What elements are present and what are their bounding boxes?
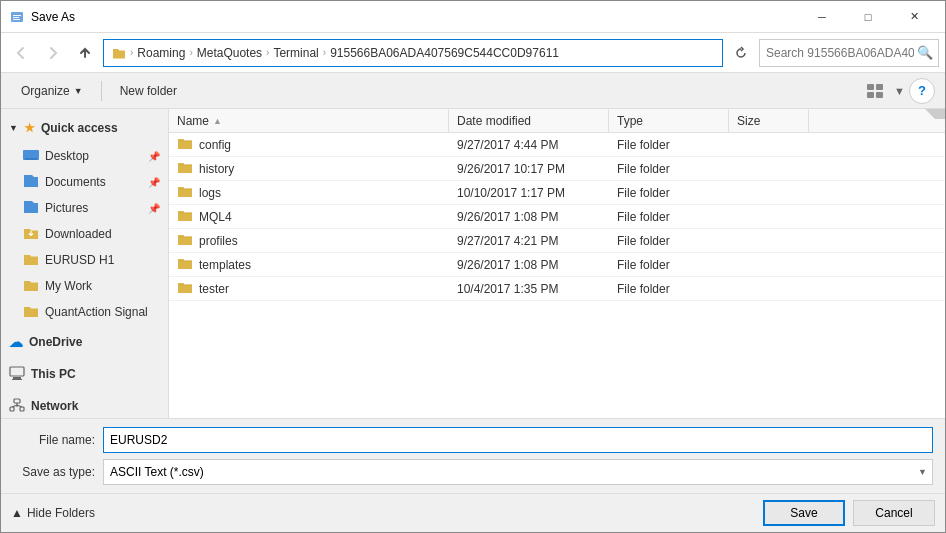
sidebar-item-pictures[interactable]: Pictures 📌: [1, 195, 168, 221]
new-folder-button[interactable]: New folder: [110, 78, 187, 104]
sidebar-section-network: Network: [1, 391, 168, 418]
saveas-row: Save as type: ASCII Text (*.csv): [13, 459, 933, 485]
sidebar-item-my-work[interactable]: My Work: [1, 273, 168, 299]
folder-icon: [177, 208, 193, 225]
view-chevron[interactable]: ▼: [894, 85, 905, 97]
file-type-cell: File folder: [609, 282, 729, 296]
search-input[interactable]: [759, 39, 939, 67]
sidebar-item-onedrive[interactable]: ☁ OneDrive: [1, 327, 168, 357]
sidebar-section-onedrive: ☁ OneDrive: [1, 327, 168, 357]
main-content: ▼ ★ Quick access Desktop 📌: [1, 109, 945, 418]
save-button[interactable]: Save: [763, 500, 845, 526]
hide-folders-label: Hide Folders: [27, 506, 95, 520]
svg-rect-4: [867, 84, 874, 90]
table-row[interactable]: MQL4 9/26/2017 1:08 PM File folder: [169, 205, 945, 229]
table-row[interactable]: tester 10/4/2017 1:35 PM File folder: [169, 277, 945, 301]
path-chevron-4: ›: [323, 47, 326, 58]
action-buttons: Save Cancel: [763, 500, 935, 526]
svg-rect-14: [10, 407, 14, 411]
svg-rect-1: [13, 15, 21, 16]
svg-rect-13: [14, 399, 20, 403]
hide-folders-chevron: ▲: [11, 506, 23, 520]
sidebar-item-quantaction-signal[interactable]: QuantAction Signal: [1, 299, 168, 325]
filename-label: File name:: [13, 433, 103, 447]
file-type-cell: File folder: [609, 138, 729, 152]
file-type-cell: File folder: [609, 186, 729, 200]
view-options-button[interactable]: [862, 78, 890, 104]
refresh-button[interactable]: [727, 39, 755, 67]
window-icon: [9, 9, 25, 25]
file-date-cell: 9/26/2017 10:17 PM: [449, 162, 609, 176]
sidebar-item-quick-access[interactable]: ▼ ★ Quick access: [1, 113, 168, 143]
desktop-pin-icon: 📌: [148, 151, 160, 162]
column-header-type[interactable]: Type: [609, 109, 729, 132]
maximize-button[interactable]: □: [845, 1, 891, 33]
svg-rect-10: [10, 367, 24, 376]
sidebar-item-desktop[interactable]: Desktop 📌: [1, 143, 168, 169]
path-terminal: Terminal: [273, 46, 318, 60]
forward-button[interactable]: [39, 39, 67, 67]
file-date-cell: 10/10/2017 1:17 PM: [449, 186, 609, 200]
column-header-size[interactable]: Size: [729, 109, 809, 132]
toolbar: Organize ▼ New folder ▼ ?: [1, 73, 945, 109]
column-header-date[interactable]: Date modified: [449, 109, 609, 132]
sidebar-item-eurusd-h1[interactable]: EURUSD H1: [1, 247, 168, 273]
saveas-select[interactable]: ASCII Text (*.csv): [103, 459, 933, 485]
svg-rect-9: [25, 158, 37, 160]
cancel-button[interactable]: Cancel: [853, 500, 935, 526]
pictures-pin-icon: 📌: [148, 203, 160, 214]
table-row[interactable]: config 9/27/2017 4:44 PM File folder: [169, 133, 945, 157]
onedrive-icon: ☁: [9, 334, 23, 350]
sidebar-item-downloaded[interactable]: Downloaded: [1, 221, 168, 247]
title-bar: Save As ─ □ ✕: [1, 1, 945, 33]
sidebar: ▼ ★ Quick access Desktop 📌: [1, 109, 169, 418]
filename-input[interactable]: [103, 427, 933, 453]
help-button[interactable]: ?: [909, 78, 935, 104]
file-date-cell: 9/26/2017 1:08 PM: [449, 258, 609, 272]
file-name-cell: MQL4: [169, 208, 449, 225]
documents-folder-icon: [23, 174, 39, 191]
address-bar: › Roaming › MetaQuotes › Terminal › 9155…: [1, 33, 945, 73]
back-button[interactable]: [7, 39, 35, 67]
up-button[interactable]: [71, 39, 99, 67]
downloaded-folder-icon: [23, 226, 39, 243]
file-name-cell: profiles: [169, 232, 449, 249]
path-folder-icon: [112, 46, 126, 60]
saveas-select-wrapper: ASCII Text (*.csv): [103, 459, 933, 485]
table-row[interactable]: templates 9/26/2017 1:08 PM File folder: [169, 253, 945, 277]
quick-access-chevron: ▼: [9, 123, 18, 133]
file-date-cell: 9/26/2017 1:08 PM: [449, 210, 609, 224]
svg-rect-5: [876, 84, 883, 90]
svg-rect-7: [876, 92, 883, 98]
svg-line-18: [17, 405, 22, 407]
address-path[interactable]: › Roaming › MetaQuotes › Terminal › 9155…: [103, 39, 723, 67]
eurusd-folder-icon: [23, 252, 39, 269]
file-date-cell: 9/27/2017 4:21 PM: [449, 234, 609, 248]
thispc-icon: [9, 366, 25, 383]
file-type-cell: File folder: [609, 210, 729, 224]
close-button[interactable]: ✕: [891, 1, 937, 33]
sidebar-item-documents[interactable]: Documents 📌: [1, 169, 168, 195]
path-chevron-3: ›: [266, 47, 269, 58]
sidebar-item-this-pc[interactable]: This PC: [1, 359, 168, 389]
file-name-cell: history: [169, 160, 449, 177]
column-header-name[interactable]: Name ▲: [169, 109, 449, 132]
sidebar-section-quick-access: ▼ ★ Quick access Desktop 📌: [1, 113, 168, 325]
saveas-label: Save as type:: [13, 465, 103, 479]
folder-icon: [177, 184, 193, 201]
search-wrapper: 🔍: [759, 39, 939, 67]
sidebar-item-network[interactable]: Network: [1, 391, 168, 418]
path-chevron-1: ›: [130, 47, 133, 58]
toolbar-separator: [101, 81, 102, 101]
organize-button[interactable]: Organize ▼: [11, 78, 93, 104]
file-name-cell: config: [169, 136, 449, 153]
hide-folders-link[interactable]: ▲ Hide Folders: [11, 506, 95, 520]
file-list-header: Name ▲ Date modified Type Size: [169, 109, 945, 133]
svg-rect-3: [13, 19, 20, 20]
table-row[interactable]: profiles 9/27/2017 4:21 PM File folder: [169, 229, 945, 253]
table-row[interactable]: logs 10/10/2017 1:17 PM File folder: [169, 181, 945, 205]
table-row[interactable]: history 9/26/2017 10:17 PM File folder: [169, 157, 945, 181]
svg-rect-15: [20, 407, 24, 411]
minimize-button[interactable]: ─: [799, 1, 845, 33]
path-metaquotes: MetaQuotes: [197, 46, 262, 60]
